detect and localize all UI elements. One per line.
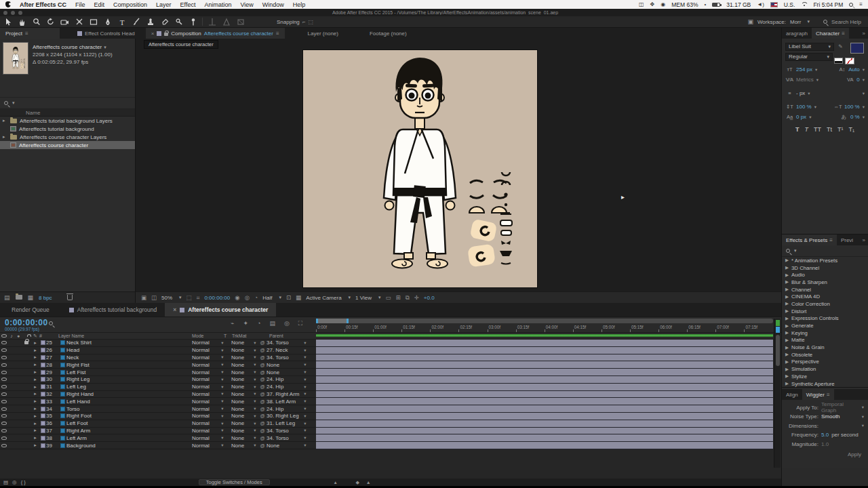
layer-blend-mode[interactable]: Normal bbox=[192, 406, 219, 412]
layer-name[interactable]: Left Leg bbox=[66, 384, 192, 390]
camera-tool[interactable] bbox=[60, 17, 70, 26]
layer-trkmat[interactable]: None bbox=[231, 384, 252, 390]
font-family-select[interactable]: Libel Suit▾ bbox=[785, 43, 834, 51]
hand-tool[interactable] bbox=[17, 17, 27, 26]
timeline-button-icon[interactable]: ⊞ bbox=[396, 294, 401, 301]
notification-center-icon[interactable]: ≡ bbox=[859, 1, 863, 7]
layer-blend-mode[interactable]: Normal bbox=[192, 362, 219, 368]
project-list-item[interactable]: ▸ Aftereffects course character bbox=[0, 141, 135, 149]
layer-name[interactable]: Right Arm bbox=[66, 428, 192, 434]
layer-trkmat[interactable]: None bbox=[231, 376, 252, 382]
menu-view[interactable]: View bbox=[240, 1, 253, 8]
stroke-width-value[interactable]: - px bbox=[796, 90, 805, 96]
trkmat-caret-icon[interactable]: ▾ bbox=[252, 369, 258, 375]
twirl-icon[interactable]: ▶ bbox=[785, 272, 789, 278]
tracking-value[interactable]: 0 bbox=[856, 77, 859, 83]
layer-lock-toggle[interactable] bbox=[22, 356, 31, 359]
layer-trkmat[interactable]: None bbox=[231, 369, 252, 375]
layer-duration-bar[interactable] bbox=[316, 391, 773, 399]
layer-lock-toggle[interactable] bbox=[22, 436, 31, 440]
project-bit-depth[interactable]: 8 bpc bbox=[39, 295, 52, 301]
fill-color-swatch[interactable] bbox=[850, 43, 864, 54]
parent-pickwhip-icon[interactable]: @ bbox=[258, 363, 267, 367]
layer-visibility-eye-icon[interactable] bbox=[0, 436, 8, 440]
trkmat-caret-icon[interactable]: ▾ bbox=[252, 406, 258, 411]
layer-duration-bar[interactable] bbox=[316, 376, 773, 384]
layer-color-chip[interactable] bbox=[39, 421, 46, 426]
layer-visibility-eye-icon[interactable] bbox=[0, 371, 8, 374]
parent-pickwhip-icon[interactable]: @ bbox=[258, 443, 267, 448]
layer-trkmat[interactable]: None bbox=[231, 391, 252, 397]
layer-duration-bar[interactable] bbox=[316, 369, 773, 376]
layer-color-chip[interactable] bbox=[39, 377, 46, 382]
horizontal-scale-value[interactable]: 100 % bbox=[844, 104, 860, 110]
mode-caret-icon[interactable]: ▾ bbox=[219, 391, 226, 396]
audio-column-icon[interactable]: ♪ bbox=[8, 333, 15, 338]
frequency-value[interactable]: 5.0 bbox=[821, 432, 829, 438]
close-tab-icon[interactable]: × bbox=[173, 306, 176, 313]
tab-character[interactable]: Character≡ bbox=[812, 28, 849, 39]
project-item-title[interactable]: Aftereffects course character bbox=[33, 44, 102, 50]
trkmat-caret-icon[interactable]: ▾ bbox=[252, 384, 258, 390]
mode-caret-icon[interactable]: ▾ bbox=[219, 413, 226, 419]
parent-caret-icon[interactable]: ▾ bbox=[302, 428, 309, 433]
menu-animation[interactable]: Animation bbox=[204, 1, 231, 8]
exposure-value[interactable]: +0.0 bbox=[424, 295, 435, 301]
twirl-icon[interactable]: ▸ bbox=[3, 134, 7, 140]
menu-composition[interactable]: Composition bbox=[113, 1, 147, 8]
layer-color-chip[interactable] bbox=[39, 392, 46, 396]
scrollbar-handle[interactable] bbox=[776, 335, 780, 366]
layer-row[interactable]: ▸ 33 Left Hand Normal ▾ None ▾ @ 38. Lef… bbox=[0, 398, 316, 405]
graph-editor-icon[interactable]: ⛶ bbox=[298, 320, 302, 327]
timeline-tab[interactable]: Aftereffects tutorial background bbox=[58, 303, 165, 317]
layer-trkmat[interactable]: None bbox=[231, 435, 252, 441]
trkmat-caret-icon[interactable]: ▾ bbox=[252, 413, 258, 419]
layer-parent[interactable]: 34. Torso bbox=[267, 435, 302, 441]
twirl-icon[interactable]: ▸ bbox=[3, 118, 7, 123]
twirl-icon[interactable]: ▶ bbox=[785, 345, 789, 350]
layer-twirl-icon[interactable]: ▸ bbox=[31, 443, 39, 448]
tab-effect-controls[interactable]: Effect Controls Head bbox=[72, 28, 140, 39]
time-ruler[interactable]: 0:00f00:15f01:00f01:15f02:00f02:15f03:00… bbox=[316, 323, 773, 333]
layer-visibility-eye-icon[interactable] bbox=[0, 378, 8, 381]
layer-name-column-header[interactable]: Layer Name bbox=[58, 333, 192, 338]
mode-caret-icon[interactable]: ▾ bbox=[219, 428, 226, 433]
layer-duration-bar[interactable] bbox=[316, 442, 773, 449]
layer-twirl-icon[interactable]: ▸ bbox=[31, 340, 39, 346]
layer-parent[interactable]: 27. Neck bbox=[267, 347, 302, 353]
mode-caret-icon[interactable]: ▾ bbox=[219, 443, 226, 448]
interpret-footage-icon[interactable]: ▤ bbox=[4, 294, 10, 301]
parent-caret-icon[interactable]: ▾ bbox=[302, 369, 309, 375]
twirl-icon[interactable]: ▶ bbox=[785, 301, 789, 306]
layer-trkmat[interactable]: None bbox=[231, 413, 252, 419]
trkmat-caret-icon[interactable]: ▾ bbox=[252, 377, 258, 382]
parent-pickwhip-icon[interactable]: @ bbox=[258, 377, 267, 382]
layer-visibility-eye-icon[interactable] bbox=[0, 348, 8, 352]
twirl-icon[interactable]: ▶ bbox=[785, 258, 789, 263]
work-area-bar[interactable] bbox=[316, 319, 773, 323]
comp-mini-flowchart-icon[interactable]: ⌁ bbox=[231, 320, 234, 327]
more-panels-icon[interactable]: » bbox=[863, 237, 868, 243]
region-of-interest-icon[interactable]: ⬚ bbox=[186, 294, 192, 301]
twirl-icon[interactable]: ▶ bbox=[785, 287, 789, 292]
shape-tool[interactable] bbox=[88, 17, 98, 26]
layer-trkmat[interactable]: None bbox=[231, 354, 252, 361]
layer-row[interactable]: ▸ 27 Neck Normal ▾ None ▾ @ 34. Torso ▾ bbox=[0, 354, 316, 362]
layer-color-chip[interactable] bbox=[39, 370, 46, 375]
parent-pickwhip-icon[interactable]: @ bbox=[258, 399, 267, 404]
parent-caret-icon[interactable]: ▾ bbox=[302, 354, 309, 360]
reset-exposure-icon[interactable]: ✛ bbox=[414, 294, 419, 301]
trkmat-caret-icon[interactable]: ▾ bbox=[252, 362, 258, 367]
frame-blending-icon[interactable]: ▤ bbox=[269, 320, 275, 327]
effects-category[interactable]: ▶ Simulation bbox=[782, 365, 868, 373]
layer-blend-mode[interactable]: Normal bbox=[192, 340, 219, 346]
layer-twirl-icon[interactable]: ▸ bbox=[31, 391, 39, 396]
layer-blend-mode[interactable]: Normal bbox=[192, 376, 219, 382]
layer-twirl-icon[interactable]: ▸ bbox=[31, 421, 39, 426]
layer-visibility-eye-icon[interactable] bbox=[0, 422, 8, 425]
layer-trkmat[interactable]: None bbox=[231, 399, 252, 405]
layer-trkmat[interactable]: None bbox=[231, 420, 252, 426]
comp-button-icon[interactable]: ▲ bbox=[366, 480, 371, 485]
effects-category[interactable]: ▶ Noise & Grain bbox=[782, 344, 868, 351]
superscript-button[interactable]: T¹ bbox=[837, 126, 844, 133]
